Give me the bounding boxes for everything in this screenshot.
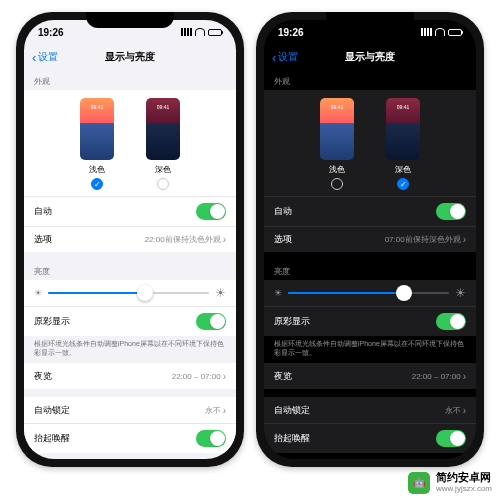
status-time: 19:26 [38,27,64,38]
chevron-right-icon: › [223,371,226,382]
row-options[interactable]: 选项 22:00前保持浅色外观› [24,226,236,252]
row-truetone: 原彩显示 [24,306,236,336]
dark-preview-icon [386,98,420,160]
radio-selected-icon [397,178,409,190]
row-autolock[interactable]: 自动锁定 永不› [264,397,476,423]
radio-selected-icon [91,178,103,190]
toggle-raise[interactable] [196,430,226,447]
brightness-slider[interactable] [48,292,209,294]
appearance-light-option[interactable]: 浅色 [320,98,354,190]
toggle-truetone[interactable] [436,313,466,330]
chevron-right-icon: › [223,234,226,245]
chevron-right-icon: › [463,405,466,416]
sun-large-icon: ☀ [455,286,466,300]
chevron-right-icon: › [223,405,226,416]
truetone-footer: 根据环境光线条件自动调整iPhone屏幕以在不同环境下保持色彩显示一致。 [264,336,476,363]
battery-icon [208,29,222,36]
label-truetone: 原彩显示 [34,315,70,328]
toggle-raise[interactable] [436,430,466,447]
appearance-dark-option[interactable]: 深色 [386,98,420,190]
appearance-dark-option[interactable]: 深色 [146,98,180,190]
sun-small-icon: ☀ [34,288,42,298]
toggle-truetone[interactable] [196,313,226,330]
phone-dark-mode: 19:26 ‹设置 显示与亮度 外观 浅色 [256,12,484,467]
light-preview-icon [320,98,354,160]
brightness-slider-row: ☀ ☀ [24,280,236,306]
watermark: 🤖 简约安卓网 www.jyjszx.com [408,471,492,494]
watermark-url: www.jyjszx.com [436,484,492,494]
brightness-slider[interactable] [288,292,449,294]
row-automatic: 自动 [264,196,476,226]
wifi-icon [435,28,445,36]
android-icon: 🤖 [408,472,430,494]
brightness-slider-row: ☀ ☀ [264,280,476,306]
row-nightshift[interactable]: 夜览 22:00 – 07:00› [264,363,476,389]
nav-bar: ‹设置 显示与亮度 [24,44,236,70]
label-nightshift: 夜览 [274,370,292,383]
radio-unselected-icon [157,178,169,190]
label-raise: 抬起唤醒 [34,432,70,445]
watermark-name: 简约安卓网 [436,471,492,484]
row-options[interactable]: 选项 07:00前保持深色外观› [264,226,476,252]
section-header-brightness: 亮度 [24,260,236,280]
signal-icon [421,28,432,36]
label-automatic: 自动 [34,205,52,218]
row-truetone: 原彩显示 [264,306,476,336]
truetone-footer: 根据环境光线条件自动调整iPhone屏幕以在不同环境下保持色彩显示一致。 [24,336,236,363]
sun-large-icon: ☀ [215,286,226,300]
label-autolock: 自动锁定 [274,404,310,417]
row-autolock[interactable]: 自动锁定 永不› [24,397,236,423]
label-truetone: 原彩显示 [274,315,310,328]
label-options: 选项 [274,233,292,246]
label-options: 选项 [34,233,52,246]
row-raise-to-wake: 抬起唤醒 [24,423,236,453]
battery-icon [448,29,462,36]
label-autolock: 自动锁定 [34,404,70,417]
signal-icon [181,28,192,36]
toggle-automatic[interactable] [196,203,226,220]
label-automatic: 自动 [274,205,292,218]
section-header-brightness: 亮度 [264,260,476,280]
radio-unselected-icon [331,178,343,190]
sun-small-icon: ☀ [274,288,282,298]
chevron-right-icon: › [463,371,466,382]
light-preview-icon [80,98,114,160]
page-title: 显示与亮度 [264,50,476,64]
label-raise: 抬起唤醒 [274,432,310,445]
phone-light-mode: 19:26 ‹设置 显示与亮度 外观 浅色 [16,12,244,467]
row-nightshift[interactable]: 夜览 22:00 – 07:00› [24,363,236,389]
chevron-right-icon: › [463,234,466,245]
status-time: 19:26 [278,27,304,38]
page-title: 显示与亮度 [24,50,236,64]
notch [86,12,174,28]
wifi-icon [195,28,205,36]
section-header-appearance: 外观 [264,70,476,90]
appearance-light-option[interactable]: 浅色 [80,98,114,190]
row-automatic: 自动 [24,196,236,226]
dark-preview-icon [146,98,180,160]
label-nightshift: 夜览 [34,370,52,383]
row-raise-to-wake: 抬起唤醒 [264,423,476,453]
nav-bar: ‹设置 显示与亮度 [264,44,476,70]
toggle-automatic[interactable] [436,203,466,220]
section-header-appearance: 外观 [24,70,236,90]
notch [326,12,414,28]
